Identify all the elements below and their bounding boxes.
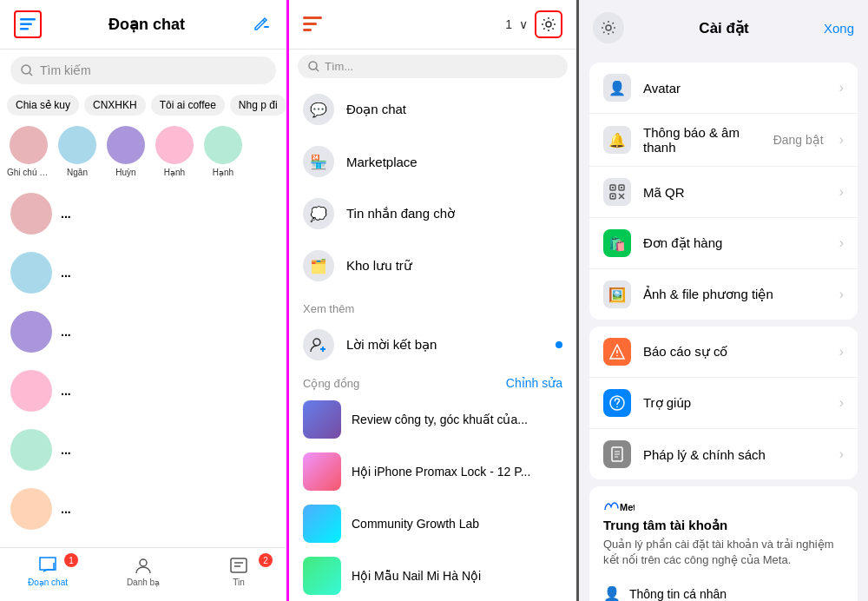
media-icon: 🖼️ — [603, 281, 631, 308]
chat-name: ... — [61, 266, 276, 280]
svg-point-4 — [22, 65, 30, 74]
svg-text:Meta: Meta — [620, 502, 635, 512]
settings-scroll: 👤 Avatar › 🔔 Thông báo & âm thanh Đang b… — [579, 56, 868, 601]
setting-label-help: Trợ giúp — [643, 395, 827, 411]
contact-item[interactable]: Hạnh — [201, 126, 245, 177]
menu-label-kho-luu-tru: Kho lưu trữ — [346, 258, 412, 274]
search-placeholder: Tìm... — [325, 60, 353, 73]
chevron-right-icon: › — [839, 184, 844, 200]
nav-item-doan-chat[interactable]: 1 Đoạn chat — [0, 555, 95, 587]
menu-item-doan-chat[interactable]: 💬 Đoạn chat — [289, 83, 576, 135]
chat-item[interactable]: ... — [0, 361, 286, 420]
setting-qr[interactable]: Mã QR › — [589, 167, 858, 218]
svg-rect-24 — [621, 187, 622, 188]
chat-item[interactable]: ... — [0, 538, 286, 547]
tab-coffee[interactable]: Tôi ai coffee — [151, 95, 225, 116]
chevron-right-icon: › — [839, 446, 844, 462]
avatar-icon: 👤 — [603, 74, 631, 102]
chat-avatar — [10, 488, 52, 530]
nav-item-tin[interactable]: 2 Tin — [191, 555, 286, 587]
svg-point-31 — [616, 406, 618, 408]
contact-name: Hạnh — [164, 168, 185, 177]
svg-rect-11 — [303, 23, 317, 25]
chat-item[interactable]: ... — [0, 184, 286, 243]
chinh-sua-button[interactable]: Chỉnh sửa — [506, 376, 562, 390]
help-icon — [603, 389, 631, 417]
contact-item[interactable]: Hạnh — [153, 126, 196, 177]
avatar — [204, 126, 242, 164]
search-icon — [21, 64, 33, 76]
setting-report[interactable]: Báo cáo sự cố › — [589, 327, 858, 378]
p1-search-bar[interactable]: Tìm kiếm — [10, 56, 276, 84]
community-name: Hội Mẫu Nail Mi Hà Nội — [352, 569, 481, 583]
setting-notification[interactable]: 🔔 Thông báo & âm thanh Đang bật › — [589, 114, 858, 167]
edit-icon[interactable] — [252, 14, 273, 35]
chat-name: ... — [61, 325, 276, 339]
avatar — [155, 126, 194, 164]
personal-info-label: Thông tin cá nhân — [629, 587, 727, 601]
menu-item-marketplace[interactable]: 🏪 Marketplace — [289, 135, 576, 188]
community-item-2[interactable]: Community Growth Lab — [289, 498, 576, 550]
chat-item[interactable]: ... — [0, 479, 286, 538]
tab-cnxhkh[interactable]: CNXHKH — [84, 95, 146, 116]
close-button[interactable]: Xong — [824, 21, 854, 36]
tab-nhg-p-di[interactable]: Nhg p đi — [230, 95, 286, 116]
svg-rect-12 — [303, 29, 312, 31]
setting-label-report: Báo cáo sự cố — [643, 344, 827, 360]
settings-section-1: 👤 Avatar › 🔔 Thông báo & âm thanh Đang b… — [589, 63, 858, 320]
menu-item-kho-luu-tru[interactable]: 🗂️ Kho lưu trữ — [289, 240, 576, 292]
chat-avatar — [10, 429, 52, 471]
contact-name: Hạnh — [213, 168, 233, 177]
chat-info: ... — [61, 207, 276, 221]
community-item-0[interactable]: Review công ty, góc khuất của... — [289, 393, 576, 446]
setting-order[interactable]: 🛍️ Đơn đặt hàng › — [589, 218, 858, 269]
setting-media[interactable]: 🖼️ Ảnh & file phương tiện › — [589, 269, 858, 320]
p1-story-contacts: Ghi chú của b... Ngân Huỳn Hạnh Hạnh — [0, 119, 286, 184]
tab-chia-se-kuy[interactable]: Chia sẻ kuy — [7, 95, 79, 116]
p1-header: Đoạn chat — [0, 0, 286, 50]
svg-rect-3 — [264, 26, 269, 28]
search-icon — [308, 61, 319, 72]
svg-point-6 — [140, 559, 147, 566]
chat-item[interactable]: ... — [0, 302, 286, 361]
community-thumb — [303, 452, 341, 491]
doan-chat-icon: 💬 — [303, 94, 334, 125]
notification-icon: 🔔 — [603, 126, 631, 154]
friend-invite-icon — [303, 329, 334, 360]
chevron-right-icon: › — [839, 395, 844, 411]
chat-info: ... — [61, 443, 276, 457]
nav-item-danh-ba[interactable]: Danh bạ — [95, 555, 191, 587]
community-item-1[interactable]: Hội iPhone Promax Lock - 12 P... — [289, 446, 576, 498]
chat-info: ... — [61, 502, 276, 516]
setting-help[interactable]: Trợ giúp › — [589, 378, 858, 429]
setting-legal[interactable]: Pháp lý & chính sách › — [589, 429, 858, 479]
p2-search[interactable]: Tìm... — [298, 55, 568, 78]
setting-avatar[interactable]: 👤 Avatar › — [589, 63, 858, 114]
panel-cai-dat: Cài đặt Xong 👤 Avatar › 🔔 Thông báo & âm… — [579, 0, 868, 601]
chat-item[interactable]: ... — [0, 420, 286, 479]
chat-avatar — [10, 193, 52, 234]
contact-item[interactable]: Ghi chú của b... — [7, 126, 50, 177]
community-item-3[interactable]: Hội Mẫu Nail Mi Hà Nội — [289, 550, 576, 601]
p2-header: 1 ∨ — [289, 0, 576, 50]
community-name: Community Growth Lab — [352, 517, 479, 531]
friend-invite-item[interactable]: Lời mời kết bạn — [289, 319, 576, 371]
community-thumb — [303, 400, 341, 439]
svg-rect-10 — [303, 17, 322, 19]
chat-list: ... ... ... ... ... — [0, 184, 286, 547]
chevron-right-icon: › — [839, 132, 844, 148]
svg-point-14 — [309, 62, 317, 69]
chat-item[interactable]: ... — [0, 243, 286, 302]
menu-item-tin-nhan-cho[interactable]: 💭 Tin nhắn đang chờ — [289, 188, 576, 240]
svg-point-16 — [313, 339, 320, 346]
nav-label-danh-ba: Danh bạ — [127, 578, 160, 587]
meta-link-personal-info[interactable]: 👤 Thông tin cá nhân — [603, 577, 844, 601]
contact-item[interactable]: Huỳn — [104, 126, 148, 177]
contact-item[interactable]: Ngân — [56, 126, 99, 177]
chat-name: ... — [61, 502, 276, 516]
gear-icon[interactable] — [535, 10, 562, 38]
nav-label-chat: Đoạn chat — [28, 578, 68, 587]
menu-icon[interactable] — [14, 10, 42, 38]
panel-menu: 1 ∨ Tìm... 💬 Đoạn chat 🏪 Marketplace 💭 T… — [289, 0, 579, 601]
notification-dot — [556, 341, 562, 348]
